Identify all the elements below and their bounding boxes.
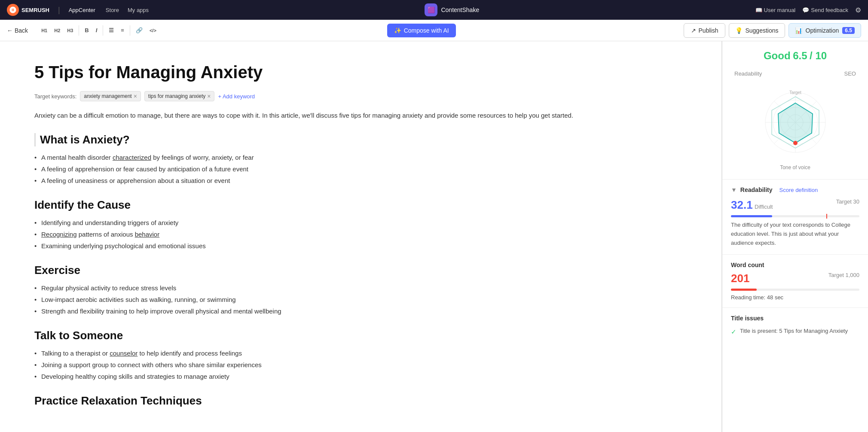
readability-bar-fill [731, 215, 772, 217]
section-heading-4[interactable]: Practice Relaxation Techniques [34, 394, 687, 408]
suggestions-button[interactable]: 💡 Suggestions [729, 23, 785, 38]
compose-ai-button[interactable]: ✨ Compose with AI [387, 24, 456, 37]
list-item: Strength and flexibility training to hel… [34, 305, 687, 317]
right-panel: Good 6.5 / 10 Readability SEO [722, 41, 868, 432]
divider-2 [103, 25, 103, 36]
contentshake-icon: 🟪 [425, 3, 437, 16]
checkmark-icon: ✓ [731, 327, 737, 337]
section-heading-1[interactable]: Identify the Cause [34, 198, 687, 212]
reading-time: Reading time: 48 sec [731, 294, 859, 301]
word-count-progress-bar [731, 289, 859, 291]
italic-button[interactable]: I [93, 25, 101, 35]
tab-readability[interactable]: Readability [731, 69, 765, 79]
publish-icon: ↗ [691, 27, 696, 34]
list-item: Examining underlying psychological and e… [34, 240, 687, 252]
send-feedback-link[interactable]: 💬 Send feedback [802, 7, 848, 13]
readability-toggle[interactable]: ▼ [731, 186, 737, 193]
readability-score-row: 32.1 Difficult Target 30 [731, 198, 859, 212]
list-item: Identifying and understanding triggers o… [34, 217, 687, 228]
code-button[interactable]: </> [147, 26, 159, 35]
score-section: Good 6.5 / 10 Readability SEO [722, 41, 868, 179]
store-link[interactable]: Store [106, 7, 119, 13]
readability-score-label: Difficult [755, 204, 773, 210]
readability-score-value: 32.1 [731, 198, 753, 211]
remove-keyword-0-icon[interactable]: × [134, 93, 137, 100]
intro-paragraph[interactable]: Anxiety can be a difficult emotion to ma… [34, 110, 687, 121]
word-count-row: Word count [731, 262, 859, 272]
logo: SEMRUSH [7, 4, 49, 16]
feedback-icon: 💬 [802, 7, 809, 13]
back-button[interactable]: ← Back [7, 27, 28, 34]
book-icon: 📖 [755, 7, 762, 13]
section-list-2: Regular physical activity to reduce stre… [34, 282, 687, 317]
optimization-button[interactable]: 📊 Optimization 6.5 [789, 23, 862, 38]
app-name: ContentShake [441, 6, 479, 13]
toolbar: ← Back H1 H2 H3 B I ☰ ≡ 🔗 </> ✨ Compose … [0, 20, 868, 41]
topnav-center: 🟪 ContentShake [156, 3, 748, 16]
target-keywords-label: Target keywords: [34, 93, 76, 100]
semrush-brand: SEMRUSH [21, 7, 49, 13]
readability-description: The difficulty of your text corresponds … [731, 221, 859, 247]
title-issue-item-0: ✓ Title is present: 5 Tips for Managing … [731, 327, 859, 337]
title-issues-header: Title issues [731, 315, 859, 322]
word-count-value: 201 [731, 272, 749, 285]
back-arrow-icon: ← [7, 27, 13, 34]
settings-icon[interactable]: ⚙ [855, 6, 861, 14]
appcenter-label[interactable]: AppCenter [69, 7, 95, 13]
h1-button[interactable]: H1 [38, 26, 50, 35]
remove-keyword-1-icon[interactable]: × [207, 93, 211, 100]
nav-separator: | [58, 6, 60, 15]
tab-seo[interactable]: SEO [841, 69, 859, 79]
readability-progress-bar [731, 215, 859, 217]
ordered-list-button[interactable]: ☰ [106, 25, 117, 35]
overall-score: Good 6.5 / 10 [731, 50, 859, 62]
keyword-tag-0[interactable]: anxiety management × [80, 91, 141, 101]
topnav-links: Store My apps [106, 7, 149, 13]
section-heading-2[interactable]: Exercise [34, 264, 687, 277]
topnav: SEMRUSH | AppCenter Store My apps 🟪 Cont… [0, 0, 868, 20]
divider-3 [130, 25, 130, 36]
svg-point-11 [793, 141, 798, 145]
add-keyword-button[interactable]: + Add keyword [218, 93, 255, 100]
svg-text:Target: Target [789, 90, 801, 95]
semrush-logo-icon [7, 4, 19, 16]
section-heading-0[interactable]: What is Anxiety? [34, 133, 687, 146]
readability-target: Target 30 [836, 198, 859, 205]
list-item: Low-impact aerobic activities such as wa… [34, 294, 687, 305]
editor-area[interactable]: 5 Tips for Managing Anxiety Target keywo… [0, 41, 722, 432]
list-item: Joining a support group to connect with … [34, 359, 687, 371]
word-count-bar-fill [731, 289, 757, 291]
list-item: A mental health disorder characterized b… [34, 152, 687, 163]
myapps-link[interactable]: My apps [128, 7, 149, 13]
chart-icon: 📊 [795, 27, 802, 34]
readability-title: Readability [740, 186, 773, 193]
target-keywords-bar: Target keywords: anxiety management × ti… [34, 91, 687, 101]
score-tabs: Readability SEO [731, 69, 859, 79]
word-count-values: 201 Target 1,000 [731, 272, 859, 285]
list-item: Regular physical activity to reduce stre… [34, 282, 687, 294]
keyword-tag-1[interactable]: tips for managing anxiety × [144, 91, 215, 101]
link-button[interactable]: 🔗 [133, 25, 146, 35]
list-item: A feeling of apprehension or fear caused… [34, 163, 687, 175]
list-item: A feeling of uneasiness or apprehension … [34, 175, 687, 186]
list-item: Recognizing patterns of anxious behavior [34, 228, 687, 240]
svg-marker-9 [778, 103, 813, 143]
h3-button[interactable]: H3 [64, 26, 76, 35]
score-definition-link[interactable]: Score definition [779, 187, 818, 193]
publish-button[interactable]: ↗ Publish [684, 23, 726, 38]
user-manual-link[interactable]: 📖 User manual [755, 7, 796, 13]
h2-button[interactable]: H2 [51, 26, 63, 35]
sparkle-icon: ✨ [394, 27, 401, 34]
bold-button[interactable]: B [82, 25, 92, 35]
title-issues-section: Title issues ✓ Title is present: 5 Tips … [722, 308, 868, 347]
unordered-list-button[interactable]: ≡ [118, 25, 127, 35]
readability-header: ▼ Readability Score definition [731, 186, 859, 193]
section-heading-3[interactable]: Talk to Someone [34, 329, 687, 342]
word-count-section: Word count 201 Target 1,000 Reading time… [722, 255, 868, 308]
section-list-3: Talking to a therapist or counselor to h… [34, 347, 687, 382]
readability-target-marker [826, 214, 827, 219]
section-list-0: A mental health disorder characterized b… [34, 152, 687, 186]
tone-of-voice-label: Tone of voice [731, 164, 859, 170]
article-title[interactable]: 5 Tips for Managing Anxiety [34, 62, 687, 82]
divider-1 [79, 25, 79, 36]
